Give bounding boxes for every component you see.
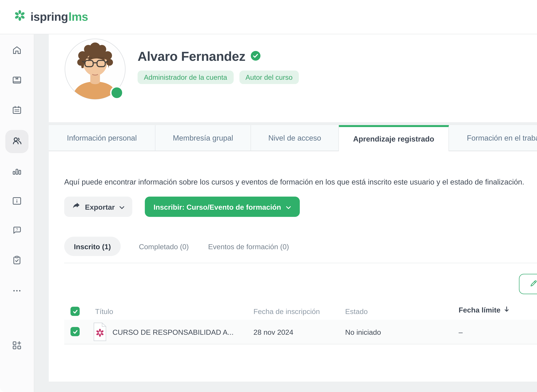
sidebar-item-calendar[interactable] (5, 99, 28, 123)
profile-name-row: Alvaro Fernandez (138, 49, 261, 64)
section-divider (64, 263, 537, 263)
role-badge-author: Autor del curso (239, 70, 299, 84)
row-enroll-date: 28 nov 2024 (254, 328, 293, 336)
brand-text-secondary: lms (69, 10, 88, 23)
clipboard-check-icon (12, 255, 22, 268)
tab-nivel-de-acceso[interactable]: Nivel de acceso (251, 125, 339, 151)
select-all-checkbox[interactable] (70, 307, 80, 316)
verified-badge-icon (251, 51, 261, 63)
pencil-icon (529, 279, 537, 289)
brand-text-primary: ispring (30, 10, 68, 23)
sidebar-item-courses[interactable] (5, 70, 28, 93)
column-header-fecha-limite[interactable]: Fecha límite (458, 306, 510, 314)
sidebar-item-reports[interactable] (5, 160, 28, 183)
chevron-down-icon (286, 203, 291, 211)
enrollment-filters: Inscrito (1) Completado (0) Eventos de f… (64, 237, 289, 256)
registered-learning-panel: Aquí puede encontrar información sobre l… (49, 151, 537, 382)
sidebar-item-assignments[interactable] (5, 250, 28, 273)
export-share-icon (72, 202, 81, 212)
sidebar-item-support[interactable]: ? (5, 220, 28, 243)
info-card-icon (12, 196, 22, 208)
home-icon (12, 45, 22, 57)
profile-avatar[interactable] (64, 38, 126, 100)
role-badges: Administrador de la cuenta Autor del cur… (138, 70, 299, 84)
role-badge-admin: Administrador de la cuenta (138, 70, 233, 84)
profile-header-card: Alvaro Fernandez Administrador de la cue… (49, 34, 537, 122)
brand-logo[interactable]: ispringlms (14, 9, 88, 25)
top-bar: ispringlms (0, 0, 537, 34)
book-icon (12, 75, 22, 88)
table-header-row: Título Fecha de inscripción Estado Fecha… (64, 303, 537, 320)
row-status: No iniciado (345, 328, 381, 336)
row-course-title[interactable]: CURSO DE RESPONSABILIDAD A... (112, 328, 234, 336)
sidebar-item-apps[interactable] (5, 335, 28, 358)
profile-tabs: Información personal Membresía grupal Ni… (49, 125, 537, 151)
ispring-flower-icon (14, 9, 26, 25)
profile-name: Alvaro Fernandez (138, 49, 245, 64)
tab-formacion-en-el-trabajo[interactable]: Formación en el trabajo (449, 125, 537, 151)
filter-eventos[interactable]: Eventos de formación (0) (208, 242, 289, 250)
filter-completado[interactable]: Completado (0) (139, 242, 189, 250)
sidebar-item-info[interactable] (5, 190, 28, 214)
course-file-flower-icon (93, 322, 107, 343)
export-button[interactable]: Exportar (64, 196, 132, 217)
enroll-button[interactable]: Inscribir: Curso/Evento de formación (145, 196, 300, 217)
enroll-button-label: Inscribir: Curso/Evento de formación (153, 203, 281, 211)
export-button-label: Exportar (85, 203, 115, 211)
sidebar-item-home[interactable] (5, 40, 28, 63)
chevron-down-icon (119, 203, 124, 211)
chat-question-icon: ? (12, 225, 22, 238)
more-dots-icon (12, 285, 22, 298)
edit-enrollments-button[interactable]: Editar inscripciones (519, 274, 537, 294)
row-deadline: – (458, 328, 463, 336)
sidebar-nav: ? (0, 34, 34, 392)
tab-informacion-personal[interactable]: Información personal (49, 125, 155, 151)
apps-add-icon (12, 340, 22, 353)
tab-membresia-grupal[interactable]: Membresía grupal (155, 125, 251, 151)
row-checkbox[interactable] (70, 327, 80, 336)
online-status-dot (110, 86, 124, 99)
svg-text:?: ? (16, 227, 18, 232)
brand-logo-text: ispringlms (30, 10, 88, 24)
users-icon (11, 135, 23, 148)
column-header-titulo[interactable]: Título (95, 307, 113, 315)
column-header-estado[interactable]: Estado (345, 307, 368, 315)
sort-desc-arrow-icon (503, 306, 510, 314)
bar-chart-icon (12, 166, 22, 178)
sidebar-item-users[interactable] (5, 130, 28, 153)
column-header-fecha-inscripcion[interactable]: Fecha de inscripción (254, 307, 320, 315)
calendar-icon (12, 105, 22, 117)
tab-aprendizaje-registrado[interactable]: Aprendizaje registrado (339, 125, 449, 151)
filter-inscrito[interactable]: Inscrito (1) (64, 237, 120, 256)
sidebar-item-more[interactable] (5, 280, 28, 303)
section-description: Aquí puede encontrar información sobre l… (64, 178, 524, 187)
table-row[interactable]: CURSO DE RESPONSABILIDAD A... 28 nov 202… (64, 320, 537, 344)
app-window: ispringlms (0, 0, 537, 392)
